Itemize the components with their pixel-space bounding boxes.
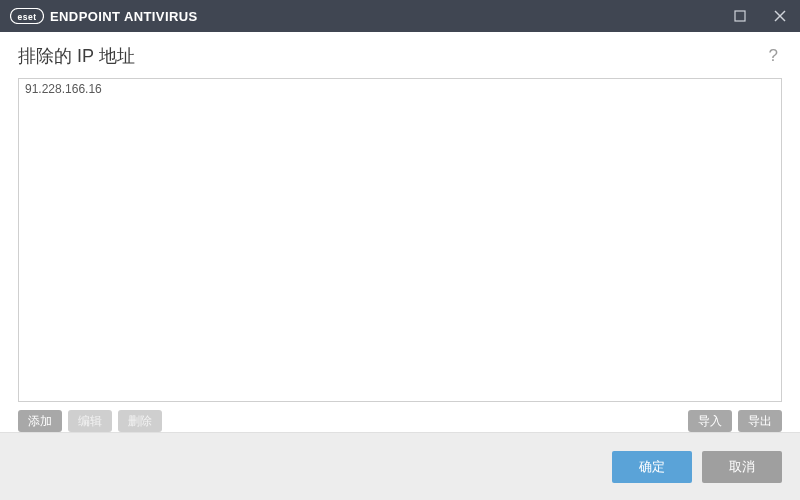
dialog-footer: 确定 取消	[0, 432, 800, 500]
cancel-button[interactable]: 取消	[702, 451, 782, 483]
brand-logo-icon: eset	[10, 8, 44, 24]
add-button[interactable]: 添加	[18, 410, 62, 432]
edit-button: 编辑	[68, 410, 112, 432]
help-icon[interactable]: ?	[765, 46, 782, 66]
ok-button[interactable]: 确定	[612, 451, 692, 483]
svg-text:eset: eset	[17, 12, 36, 22]
close-button[interactable]	[760, 0, 800, 32]
svg-rect-2	[735, 11, 745, 21]
export-button[interactable]: 导出	[738, 410, 782, 432]
dialog-body: 排除的 IP 地址 ? 91.228.166.16 添加 编辑 删除 导入 导出	[0, 32, 800, 432]
page-title: 排除的 IP 地址	[18, 44, 135, 68]
minimize-button[interactable]	[720, 0, 760, 32]
list-item[interactable]: 91.228.166.16	[19, 79, 781, 99]
import-button[interactable]: 导入	[688, 410, 732, 432]
delete-button: 删除	[118, 410, 162, 432]
app-title: ENDPOINT ANTIVIRUS	[50, 9, 198, 24]
ip-list[interactable]: 91.228.166.16	[18, 78, 782, 402]
list-actions-row: 添加 编辑 删除 导入 导出	[18, 410, 782, 432]
heading-row: 排除的 IP 地址 ?	[18, 44, 782, 68]
titlebar: eset ENDPOINT ANTIVIRUS	[0, 0, 800, 32]
